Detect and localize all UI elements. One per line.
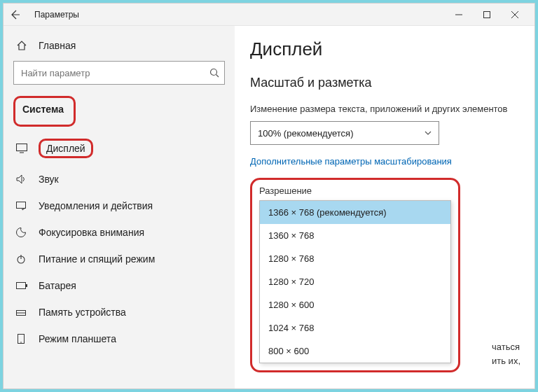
minimize-icon [455,11,462,18]
nav-battery[interactable]: Батарея [13,272,225,299]
search-input[interactable] [13,61,225,85]
scale-value: 100% (рекомендуется) [258,128,353,139]
storage-icon [16,307,29,317]
back-button[interactable] [9,9,32,20]
resolution-option[interactable]: 1360 × 768 [260,224,450,247]
nav-item-label: Режим планшета [39,333,116,344]
titlebar: Параметры [4,4,534,26]
nav-focus[interactable]: Фокусировка внимания [13,219,225,246]
nav-display[interactable]: Дисплей [13,131,225,166]
nav-item-label: Питание и спящий режим [39,253,155,265]
scale-description: Изменение размера текста, приложений и д… [250,103,519,115]
nav-storage[interactable]: Память устройства [13,299,225,326]
nav-display-highlight: Дисплей [39,139,93,158]
svg-rect-11 [17,283,26,289]
settings-window: Параметры Главная [3,3,535,389]
nav-sound[interactable]: Звук [13,166,225,192]
resolution-option[interactable]: 1280 × 600 [260,293,450,316]
sidebar: Главная Система Дисплей [4,26,235,388]
svg-point-16 [20,342,22,343]
resolution-label: Разрешение [259,186,451,196]
search-box[interactable] [13,61,225,85]
scale-dropdown[interactable]: 100% (рекомендуется) [250,121,439,145]
content-area: Главная Система Дисплей [4,26,534,388]
battery-icon [16,282,29,289]
obscured-text: чаться ить их, [492,340,520,368]
main-panel: Дисплей Масштаб и разметка Изменение раз… [235,26,534,388]
resolution-dropdown-open[interactable]: 1366 × 768 (рекомендуется) 1360 × 768 12… [259,200,451,363]
section-highlight: Система [13,96,76,127]
section-heading: Масштаб и разметка [250,76,519,90]
svg-point-4 [211,69,217,76]
home-icon [16,40,29,51]
svg-rect-1 [484,11,490,18]
nav-item-label: Дисплей [46,143,85,154]
nav-item-label: Батарея [39,280,76,291]
sound-icon [16,174,29,184]
home-nav[interactable]: Главная [13,36,225,61]
nav-tablet[interactable]: Режим планшета [13,326,225,352]
power-icon [16,254,29,264]
back-arrow-icon [9,9,20,20]
nav-notifications[interactable]: Уведомления и действия [13,192,225,219]
notifications-icon [16,201,29,211]
close-icon [511,11,518,18]
minimize-button[interactable] [445,4,473,25]
chevron-down-icon [425,131,432,135]
svg-rect-12 [26,284,27,287]
advanced-scaling-link[interactable]: Дополнительные параметры масштабирования [250,156,452,167]
focus-icon [16,227,29,237]
home-label: Главная [39,40,76,51]
resolution-highlight-box: Разрешение 1366 × 768 (рекомендуется) 13… [250,178,460,372]
section-title: Система [21,99,68,119]
maximize-icon [483,11,490,18]
nav-item-label: Уведомления и действия [39,200,153,211]
page-heading: Дисплей [250,38,519,60]
svg-rect-6 [17,144,27,151]
nav-item-label: Звук [39,174,59,185]
resolution-option[interactable]: 800 × 600 [260,340,450,363]
nav-item-label: Память устройства [39,307,126,318]
resolution-option[interactable]: 1024 × 768 [260,316,450,340]
resolution-option[interactable]: 1366 × 768 (рекомендуется) [260,201,450,224]
nav-item-label: Фокусировка внимания [39,227,144,238]
display-icon [16,144,29,153]
resolution-option[interactable]: 1280 × 720 [260,270,450,293]
svg-rect-8 [17,202,26,209]
window-title: Параметры [34,10,79,20]
tablet-icon [16,334,29,344]
close-button[interactable] [501,4,529,25]
maximize-button[interactable] [473,4,501,25]
nav-power[interactable]: Питание и спящий режим [13,246,225,272]
resolution-option[interactable]: 1280 × 768 [260,247,450,270]
search-icon [209,68,219,78]
svg-line-5 [216,75,219,78]
